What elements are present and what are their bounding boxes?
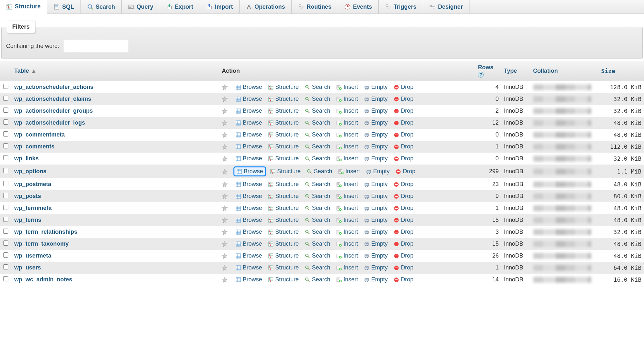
- tab-designer[interactable]: Designer: [423, 0, 469, 14]
- insert-action[interactable]: Insert: [334, 83, 360, 91]
- browse-action[interactable]: Browse: [233, 155, 264, 163]
- row-checkbox[interactable]: [3, 276, 8, 281]
- search-action[interactable]: Search: [303, 192, 332, 200]
- empty-action[interactable]: Empty: [362, 143, 390, 151]
- empty-action[interactable]: Empty: [362, 228, 390, 236]
- insert-action[interactable]: Insert: [336, 167, 362, 175]
- search-action[interactable]: Search: [303, 95, 332, 103]
- drop-action[interactable]: Drop: [392, 180, 415, 188]
- col-table[interactable]: Table▲: [12, 61, 219, 81]
- row-checkbox[interactable]: [3, 131, 8, 137]
- tab-import[interactable]: Import: [200, 0, 240, 14]
- search-action[interactable]: Search: [303, 252, 332, 260]
- tab-routines[interactable]: Routines: [292, 0, 338, 14]
- empty-action[interactable]: Empty: [362, 95, 390, 103]
- favorite-star[interactable]: [222, 241, 228, 247]
- empty-action[interactable]: Empty: [362, 252, 390, 260]
- col-type[interactable]: Type: [501, 61, 531, 81]
- structure-action[interactable]: Structure: [266, 180, 301, 188]
- browse-action[interactable]: Browse: [233, 216, 264, 224]
- search-action[interactable]: Search: [303, 204, 332, 212]
- insert-action[interactable]: Insert: [334, 204, 360, 212]
- table-name-link[interactable]: wp_commentmeta: [14, 131, 65, 138]
- insert-action[interactable]: Insert: [334, 240, 360, 248]
- structure-action[interactable]: Structure: [266, 119, 301, 127]
- search-action[interactable]: Search: [303, 264, 332, 272]
- structure-action[interactable]: Structure: [266, 264, 301, 272]
- drop-action[interactable]: Drop: [392, 216, 415, 224]
- table-name-link[interactable]: wp_comments: [14, 143, 54, 150]
- structure-action[interactable]: Structure: [266, 131, 301, 139]
- favorite-star[interactable]: [222, 84, 228, 90]
- empty-action[interactable]: Empty: [362, 107, 390, 115]
- browse-action[interactable]: Browse: [233, 143, 264, 151]
- row-checkbox[interactable]: [3, 155, 8, 160]
- structure-action[interactable]: Structure: [266, 216, 301, 224]
- insert-action[interactable]: Insert: [334, 155, 360, 163]
- row-checkbox[interactable]: [3, 96, 8, 101]
- favorite-star[interactable]: [222, 120, 228, 126]
- browse-action[interactable]: Browse: [233, 276, 264, 284]
- empty-action[interactable]: Empty: [362, 276, 390, 284]
- structure-action[interactable]: Structure: [266, 192, 301, 200]
- empty-action[interactable]: Empty: [362, 204, 390, 212]
- browse-action[interactable]: Browse: [233, 228, 264, 236]
- favorite-star[interactable]: [222, 217, 228, 223]
- drop-action[interactable]: Drop: [392, 155, 415, 163]
- favorite-star[interactable]: [222, 205, 228, 211]
- search-action[interactable]: Search: [303, 83, 332, 91]
- browse-action[interactable]: Browse: [233, 192, 264, 200]
- structure-action[interactable]: Structure: [266, 228, 301, 236]
- structure-action[interactable]: Structure: [266, 155, 301, 163]
- containing-input[interactable]: [64, 40, 128, 52]
- empty-action[interactable]: Empty: [362, 264, 390, 272]
- favorite-star[interactable]: [222, 229, 228, 235]
- table-name-link[interactable]: wp_usermeta: [14, 252, 51, 259]
- search-action[interactable]: Search: [303, 240, 332, 248]
- browse-action[interactable]: Browse: [233, 252, 264, 260]
- search-action[interactable]: Search: [303, 155, 332, 163]
- drop-action[interactable]: Drop: [392, 204, 415, 212]
- empty-action[interactable]: Empty: [362, 119, 390, 127]
- browse-action[interactable]: Browse: [233, 180, 264, 188]
- browse-action[interactable]: Browse: [233, 83, 264, 91]
- search-action[interactable]: Search: [303, 216, 332, 224]
- table-name-link[interactable]: wp_termmeta: [14, 205, 52, 211]
- help-icon[interactable]: ?: [478, 72, 484, 78]
- drop-action[interactable]: Drop: [392, 107, 415, 115]
- structure-action[interactable]: Structure: [266, 143, 301, 151]
- row-checkbox[interactable]: [3, 108, 8, 113]
- favorite-star[interactable]: [222, 108, 228, 114]
- favorite-star[interactable]: [222, 265, 228, 271]
- favorite-star[interactable]: [222, 193, 228, 199]
- insert-action[interactable]: Insert: [334, 180, 360, 188]
- insert-action[interactable]: Insert: [334, 131, 360, 139]
- browse-action[interactable]: Browse: [233, 107, 264, 115]
- drop-action[interactable]: Drop: [392, 143, 415, 151]
- insert-action[interactable]: Insert: [334, 119, 360, 127]
- search-action[interactable]: Search: [303, 107, 332, 115]
- col-rows[interactable]: Rows?: [475, 61, 501, 81]
- row-checkbox[interactable]: [3, 119, 8, 125]
- search-action[interactable]: Search: [303, 131, 332, 139]
- browse-action[interactable]: Browse: [233, 131, 264, 139]
- row-checkbox[interactable]: [3, 252, 8, 258]
- row-checkbox[interactable]: [3, 240, 8, 246]
- table-name-link[interactable]: wp_terms: [14, 217, 41, 223]
- insert-action[interactable]: Insert: [334, 276, 360, 284]
- insert-action[interactable]: Insert: [334, 252, 360, 260]
- table-name-link[interactable]: wp_term_taxonomy: [14, 240, 69, 247]
- tab-structure[interactable]: Structure: [0, 0, 47, 14]
- table-name-link[interactable]: wp_term_relationships: [14, 229, 77, 235]
- insert-action[interactable]: Insert: [334, 95, 360, 103]
- tab-triggers[interactable]: Triggers: [379, 0, 423, 14]
- row-checkbox[interactable]: [3, 229, 8, 234]
- drop-action[interactable]: Drop: [392, 264, 415, 272]
- row-checkbox[interactable]: [3, 205, 8, 210]
- filters-tab[interactable]: Filters: [7, 21, 35, 33]
- row-checkbox[interactable]: [3, 84, 8, 89]
- favorite-star[interactable]: [222, 169, 228, 174]
- row-checkbox[interactable]: [3, 143, 8, 148]
- browse-action[interactable]: Browse: [233, 264, 264, 272]
- tab-search[interactable]: Search: [81, 0, 122, 14]
